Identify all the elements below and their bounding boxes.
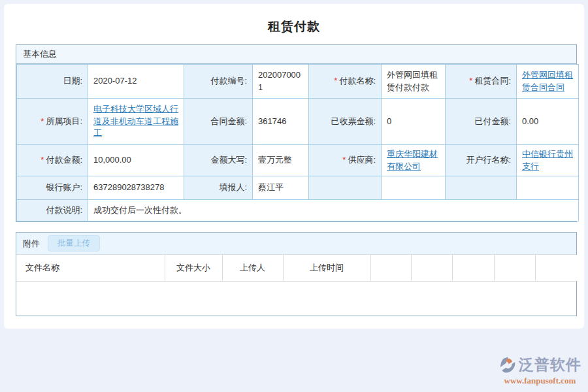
payment-name-value: 外管网回填租赁付款付款 bbox=[382, 65, 446, 99]
column-empty bbox=[411, 255, 452, 281]
contract-amount-value: 361746 bbox=[253, 99, 309, 145]
bank-name-label: 开户行名称: bbox=[446, 145, 517, 176]
attachments-table: 文件名称 文件大小 上传人 上传时间 bbox=[16, 255, 578, 282]
invoiced-amount-value: 0 bbox=[382, 99, 446, 145]
payment-note-value: 成功交付后一次性付款。 bbox=[88, 200, 579, 221]
date-value: 2020-07-12 bbox=[88, 65, 184, 99]
project-label: *所属项目: bbox=[17, 99, 88, 145]
paid-amount-value: 0.00 bbox=[517, 99, 579, 145]
basic-info-header: 基本信息 bbox=[16, 45, 576, 64]
page-title: 租赁付款 bbox=[4, 4, 584, 35]
attachments-title: 附件 bbox=[23, 238, 40, 250]
payment-amount-value: 10,000.00 bbox=[88, 145, 184, 176]
payment-note-label: 付款说明: bbox=[17, 200, 88, 221]
empty-label-cell bbox=[446, 176, 517, 200]
payment-no-value: 2020070001 bbox=[253, 65, 309, 99]
payment-no-label: 付款编号: bbox=[184, 65, 253, 99]
table-row: *付款金额: 10,000.00 金额大写: 壹万元整 *供应商: 重庆华阳建材… bbox=[17, 145, 579, 176]
payment-name-label: *付款名称: bbox=[309, 65, 382, 99]
column-upload-time: 上传时间 bbox=[283, 255, 370, 281]
brand-footer: 泛普软件 www.fanpusoft.com bbox=[498, 355, 581, 386]
bank-account-label: 银行账户: bbox=[17, 176, 88, 200]
lease-contract-link[interactable]: 外管网回填租赁合同合同 bbox=[522, 70, 573, 92]
column-file-size: 文件大小 bbox=[165, 255, 222, 281]
required-mark: * bbox=[41, 116, 44, 126]
brand-logo-icon bbox=[498, 356, 517, 374]
column-file-name: 文件名称 bbox=[16, 255, 165, 281]
table-row: 付款说明: 成功交付后一次性付款。 bbox=[17, 200, 579, 221]
basic-info-table: 日期: 2020-07-12 付款编号: 2020070001 *付款名称: 外… bbox=[16, 64, 579, 221]
supplier-link[interactable]: 重庆华阳建材有限公司 bbox=[387, 149, 438, 171]
column-empty bbox=[452, 255, 494, 281]
attachments-header-row: 文件名称 文件大小 上传人 上传时间 bbox=[16, 255, 578, 281]
lease-contract-label: *租赁合同: bbox=[446, 65, 517, 99]
payment-amount-label: *付款金额: bbox=[17, 145, 88, 176]
empty-value-cell bbox=[517, 176, 579, 200]
column-empty bbox=[494, 255, 535, 281]
preparer-label: 填报人: bbox=[184, 176, 253, 200]
column-uploader: 上传人 bbox=[222, 255, 283, 281]
bank-name-value: 中信银行贵州支行 bbox=[517, 145, 579, 176]
brand-name: 泛普软件 bbox=[519, 355, 581, 375]
attachments-empty-area bbox=[16, 282, 576, 316]
preparer-value: 蔡江平 bbox=[253, 176, 309, 200]
required-mark: * bbox=[342, 155, 346, 165]
project-link[interactable]: 电子科技大学区域人行道及非机动车道工程施工 bbox=[93, 104, 178, 139]
attachments-section: 附件 批量上传 文件名称 文件大小 上传人 上传时间 bbox=[16, 232, 577, 316]
lease-contract-value: 外管网回填租赁合同合同 bbox=[517, 65, 579, 99]
amount-in-words-label: 金额大写: bbox=[184, 145, 253, 176]
supplier-value: 重庆华阳建材有限公司 bbox=[382, 145, 446, 176]
bank-name-link[interactable]: 中信银行贵州支行 bbox=[522, 149, 573, 171]
project-value: 电子科技大学区域人行道及非机动车道工程施工 bbox=[88, 99, 184, 145]
table-row: 银行账户: 637289028738278 填报人: 蔡江平 bbox=[17, 176, 579, 200]
required-mark: * bbox=[469, 76, 472, 86]
bank-account-value: 637289028738278 bbox=[88, 176, 184, 200]
page-content: 基本信息 日期: 2020-07-12 付款编号: 2020070001 *付款… bbox=[4, 35, 584, 316]
required-mark: * bbox=[41, 155, 44, 165]
table-row: 日期: 2020-07-12 付款编号: 2020070001 *付款名称: 外… bbox=[17, 65, 579, 99]
date-label: 日期: bbox=[17, 65, 88, 99]
paid-amount-label: 已付金额: bbox=[446, 99, 517, 145]
amount-in-words-value: 壹万元整 bbox=[253, 145, 309, 176]
empty-value-cell bbox=[382, 176, 446, 200]
page-card: 租赁付款 基本信息 日期: 2020-07-12 付款编号: 202007000… bbox=[4, 4, 584, 329]
invoiced-amount-label: 已收票金额: bbox=[309, 99, 382, 145]
contract-amount-label: 合同金额: bbox=[184, 99, 253, 145]
column-empty bbox=[535, 255, 578, 281]
required-mark: * bbox=[334, 76, 337, 86]
supplier-label: *供应商: bbox=[309, 145, 382, 176]
empty-label-cell bbox=[309, 176, 382, 200]
batch-upload-button[interactable]: 批量上传 bbox=[48, 235, 100, 252]
table-row: *所属项目: 电子科技大学区域人行道及非机动车道工程施工 合同金额: 36174… bbox=[17, 99, 579, 145]
brand-url: www.fanpusoft.com bbox=[498, 376, 581, 386]
basic-info-section: 基本信息 日期: 2020-07-12 付款编号: 2020070001 *付款… bbox=[16, 44, 577, 222]
column-empty bbox=[370, 255, 411, 281]
attachments-header: 附件 批量上传 bbox=[16, 233, 576, 255]
